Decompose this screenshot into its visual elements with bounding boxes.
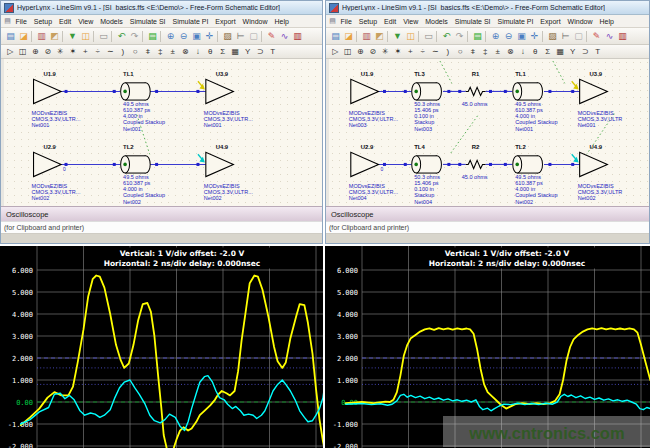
save-as-icon[interactable]: ◫ — [404, 30, 417, 42]
wire-pin[interactable] — [196, 90, 199, 93]
driver-tool-icon[interactable]: ▷ — [329, 46, 342, 57]
new-file-icon[interactable]: ▤ — [4, 30, 17, 42]
zoom-fit-icon[interactable]: ▣ — [515, 30, 528, 42]
wire-pin[interactable] — [489, 163, 492, 166]
wire-pin[interactable] — [155, 90, 158, 93]
buffer-symbol[interactable] — [580, 79, 608, 103]
driver-tool-icon[interactable]: ▷ — [4, 46, 17, 57]
coupled-tline-tool-icon[interactable]: ‡ — [479, 46, 492, 57]
new-file-icon[interactable]: ▤ — [329, 30, 342, 42]
inductor-tool-icon[interactable]: ∼ — [429, 46, 442, 57]
spectrum-icon[interactable]: ▥ — [616, 30, 629, 42]
menu-setup[interactable]: Setup — [355, 18, 380, 25]
tline-TL2[interactable]: TL249.5 ohms610.387 ps4.000 inCoupled St… — [513, 144, 558, 205]
bend-tool-icon[interactable]: ) — [117, 46, 130, 57]
menu-view[interactable]: View — [400, 18, 422, 25]
menu-file[interactable]: File — [337, 18, 355, 25]
wire-pin[interactable] — [113, 90, 116, 93]
close-file-icon[interactable]: ◩ — [48, 30, 61, 42]
crystal-tool-icon[interactable]: ✳ — [54, 46, 67, 57]
coupling-region-tool-icon[interactable]: ⊗ — [504, 46, 517, 57]
schematic-canvas[interactable]: U1.9MODvsEZIBISCMOS,3.3V,ULTR...Net001TL… — [1, 59, 322, 206]
schematic-drawing[interactable]: U1.9MODvsEZIBISCMOS,3.3V,ULTR...Net001TL… — [4, 59, 322, 206]
ic-tool-icon[interactable]: ◫ — [342, 46, 355, 57]
star-connection-tool-icon[interactable]: ✶ — [67, 46, 80, 57]
oscilloscope-panel-titlebar[interactable]: Oscilloscope — [1, 206, 322, 221]
system-menu-icon[interactable]: ▤ — [3, 17, 12, 25]
zoom-out-icon[interactable]: ⊖ — [502, 30, 515, 42]
menu-simulate-pi[interactable]: Simulate PI — [169, 18, 212, 25]
menu-models[interactable]: Models — [97, 18, 127, 25]
buffer-symbol[interactable] — [34, 152, 62, 176]
wire-pin[interactable] — [196, 163, 199, 166]
text-tool-icon[interactable]: T — [592, 46, 605, 57]
resistor-R1[interactable]: R145.0 ohms — [462, 71, 488, 106]
crystal-tool-icon[interactable]: ✳ — [379, 46, 392, 57]
buffer-symbol[interactable] — [580, 152, 608, 176]
tline-tool-icon[interactable]: ǂ — [467, 46, 480, 57]
spice-model-tool-icon[interactable]: Σ — [217, 46, 230, 57]
coupled-tline-tool-icon[interactable]: ‡ — [154, 46, 167, 57]
wire-pin[interactable] — [504, 90, 507, 93]
differential-pair-tool-icon[interactable]: ± — [167, 46, 180, 57]
buffer-U1.9[interactable]: U1.9MODvsEZIBISCMOS,3.3V,ULTR...Net001 — [32, 71, 81, 128]
connector-tool-icon[interactable]: ⊃ — [254, 46, 267, 57]
termination-tool-icon[interactable]: θ — [529, 46, 542, 57]
wire-pin[interactable] — [383, 163, 386, 166]
touchstone-tool-icon[interactable]: ▦ — [554, 46, 567, 57]
menu-help[interactable]: Help — [271, 18, 292, 25]
menu-export[interactable]: Export — [212, 18, 239, 25]
bend-tool-icon[interactable]: ) — [442, 46, 455, 57]
buffer-U2.9[interactable]: U2.9MODvsEZIBISCMOS,3.3V,ULTR...Net004 — [349, 144, 399, 201]
buffer-symbol[interactable] — [351, 79, 379, 103]
zoom-in-icon[interactable]: ⊕ — [164, 30, 177, 42]
measure-icon[interactable]: ⊢ — [234, 30, 247, 42]
open-file-icon[interactable]: ◪ — [342, 30, 355, 42]
run-simulation-icon[interactable]: ✎ — [265, 30, 278, 42]
new-sheet-icon[interactable]: ▢ — [572, 30, 585, 42]
redo-icon[interactable]: ↷ — [453, 30, 466, 42]
oscilloscope-icon[interactable]: ∿ — [603, 30, 616, 42]
ground-tool-icon[interactable]: ↓ — [517, 46, 530, 57]
oscillator-tool-icon[interactable]: ⊘ — [367, 46, 380, 57]
run-simulation-icon[interactable]: ✎ — [590, 30, 603, 42]
star-connection-tool-icon[interactable]: ✶ — [392, 46, 405, 57]
resistor-tool-icon[interactable]: + — [79, 46, 92, 57]
schematic-canvas[interactable]: U1.9MODvsEZIBISCMOS,3.3V,ULTR...Net003TL… — [326, 59, 649, 206]
tline-TL1[interactable]: TL149.5 ohms610.387 ps4.000 inCoupled St… — [513, 71, 558, 132]
redo-icon[interactable]: ↷ — [128, 30, 141, 42]
wire-pin[interactable] — [447, 163, 450, 166]
menu-models[interactable]: Models — [422, 18, 452, 25]
print-icon[interactable]: ▭ — [422, 30, 435, 42]
wire-pin[interactable] — [404, 90, 407, 93]
wire-pin[interactable] — [458, 90, 461, 93]
oscilloscope-icon[interactable]: ∿ — [278, 30, 291, 42]
y-junction-tool-icon[interactable]: Y — [242, 46, 255, 57]
buffer-symbol[interactable] — [351, 152, 379, 176]
buffer-U4.9[interactable]: U4.9MODvsEZIBISCMOS,3.3V,ULTRNet002 — [572, 144, 623, 201]
stackup-editor-icon[interactable]: ▤ — [471, 30, 484, 42]
oscilloscope-panel-titlebar[interactable]: Oscilloscope — [326, 206, 649, 221]
title-bar[interactable]: HyperLynx - LineSim v9.1 - [SI_basics.ff… — [1, 1, 322, 15]
resistor-symbol[interactable] — [466, 160, 486, 168]
ic-tool-icon[interactable]: ◫ — [17, 46, 30, 57]
capacitor-tool-icon[interactable]: ÷ — [417, 46, 430, 57]
menu-simulate-si[interactable]: Simulate SI — [451, 18, 494, 25]
menu-window[interactable]: Window — [239, 18, 271, 25]
buffer-symbol[interactable] — [34, 79, 62, 103]
wire-pin[interactable] — [571, 163, 574, 166]
undo-icon[interactable]: ↶ — [115, 30, 128, 42]
board-view-icon[interactable]: ▨ — [546, 30, 559, 42]
wire-pin[interactable] — [504, 163, 507, 166]
resistor-symbol[interactable] — [466, 87, 486, 95]
menu-simulate-si[interactable]: Simulate SI — [126, 18, 169, 25]
buffer-U4.9[interactable]: U4.9MODvsEZIBISCMOS,3.3V,ULTR...Net002 — [198, 144, 253, 201]
menu-view[interactable]: View — [75, 18, 97, 25]
zoom-fit-icon[interactable]: ▣ — [190, 30, 203, 42]
zoom-out-icon[interactable]: ⊖ — [177, 30, 190, 42]
buffer-tool-icon[interactable]: ⊕ — [29, 46, 42, 57]
termination-tool-icon[interactable]: θ — [204, 46, 217, 57]
menu-export[interactable]: Export — [537, 18, 564, 25]
pan-icon[interactable]: ✛ — [203, 30, 216, 42]
wire-pin[interactable] — [113, 163, 116, 166]
